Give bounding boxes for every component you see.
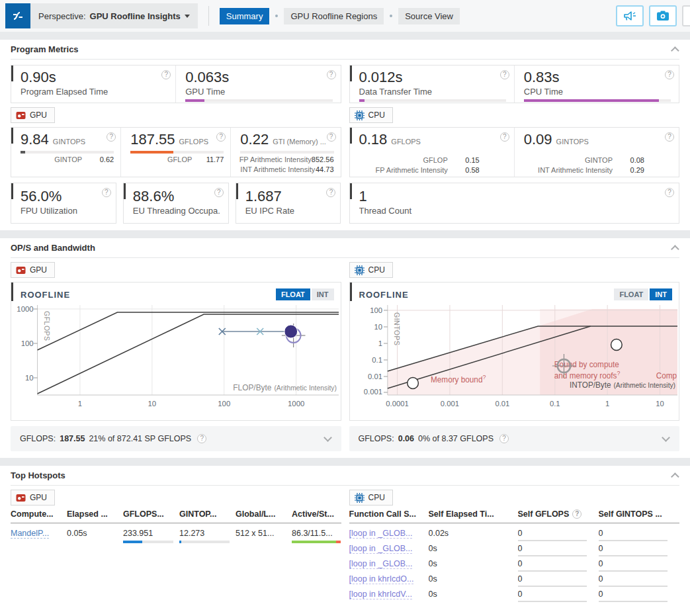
sub-label: GINTOP [585, 156, 613, 164]
column-header[interactable]: Self GFLOPS? [518, 509, 599, 519]
cpu-roofline-chart[interactable]: Memory bound? Bound by compute and memor… [350, 302, 677, 414]
card-accent-tick [236, 183, 238, 199]
roofline-title: ROOFLINE [359, 290, 409, 300]
function-link[interactable]: [loop in khrIcdV... [349, 590, 412, 599]
sub-label: INT Arithmetic Intensity [240, 165, 315, 173]
sub-label: FP Arithmetic Intensity [239, 155, 312, 163]
metric-unit: GTI (Memory) ... [273, 138, 326, 146]
new-analysis-button[interactable] [682, 5, 690, 26]
tab-summary[interactable]: Summary [220, 8, 270, 24]
card-accent-tick [11, 128, 13, 144]
gintops-cell: 0 [599, 559, 679, 572]
gpu-ops-card: ? 9.84GINTOPS GINTOP0.62 ? 187.55GFLOPS … [11, 127, 341, 177]
expand-chevron-icon[interactable] [662, 433, 670, 442]
cpu-badge: CPU [349, 107, 393, 123]
metric-label: EU IPC Rate [245, 206, 333, 216]
expand-chevron-icon[interactable] [323, 433, 332, 442]
kernel-dot-marker[interactable] [284, 325, 298, 338]
help-icon[interactable]: ? [665, 132, 674, 142]
progress-fill [524, 99, 659, 102]
toggle-int[interactable]: INT [312, 288, 334, 300]
help-icon[interactable]: ? [327, 70, 336, 79]
elapsed-cell: 0s [429, 590, 518, 599]
column-header[interactable]: GINTOP... [179, 509, 236, 519]
help-icon[interactable]: ? [572, 509, 582, 519]
collapse-chevron-icon[interactable] [671, 46, 679, 55]
help-icon[interactable]: ? [327, 132, 336, 142]
metric-value: 0.012s [359, 69, 403, 86]
gintops-cell: 0 [599, 544, 679, 556]
function-link[interactable]: [loop in khrIcdO... [349, 574, 414, 584]
column-header[interactable]: Active/St... [292, 509, 341, 519]
cpu-gflops-summary[interactable]: GFLOPS: 0.06 0% of 8.37 GFLOPS ? [349, 426, 680, 451]
sub-value: 0.58 [448, 166, 480, 174]
column-header[interactable]: Elapsed ... [67, 509, 123, 519]
column-header[interactable]: GFLOPS... [123, 509, 179, 519]
tab-source-view[interactable]: Source View [398, 8, 460, 24]
help-icon[interactable]: ? [665, 70, 674, 79]
table-row: [loop in _GLOB...0.02s00 [349, 529, 680, 544]
compute-task-link[interactable]: MandelP... [11, 529, 49, 539]
memory-bound-label: Memory bound? [431, 374, 486, 384]
tab-gpu-roofline-regions[interactable]: GPU Roofline Regions [284, 8, 384, 24]
help-icon[interactable]: ? [665, 188, 674, 197]
column-header[interactable]: Self Elapsed Ti... [429, 509, 518, 519]
perspective-selector[interactable]: Perspective: GPU Roofline Insights [5, 3, 198, 28]
toggle-float[interactable]: FLOAT [276, 288, 310, 300]
y-tick: 10 [374, 323, 382, 331]
toggle-int[interactable]: INT [650, 288, 672, 300]
snapshot-button[interactable] [649, 5, 677, 26]
metric-fpu-utilization: ? 56.0% FPU Utilization [11, 183, 116, 224]
y-tick: 1 [378, 339, 382, 347]
collapse-chevron-icon[interactable] [671, 472, 679, 481]
cpu-hotspots-rows: [loop in _GLOB...0.02s00[loop in _GLOB..… [349, 523, 680, 605]
y-tick: 1000 [17, 305, 33, 313]
loop-dot-marker[interactable] [611, 339, 622, 351]
help-icon[interactable]: ? [326, 188, 335, 197]
help-icon[interactable]: ? [214, 188, 224, 197]
function-link[interactable]: [loop in _GLOB... [349, 544, 413, 554]
metric-value: 0.22 [240, 131, 269, 148]
metric-unit: GINTOPS [556, 138, 589, 146]
help-icon[interactable]: ? [500, 70, 509, 79]
metric-label: EU Threading Occupa... [133, 206, 220, 216]
column-header[interactable]: Self GINTOPS ... [599, 509, 679, 519]
help-icon[interactable]: ? [107, 132, 116, 142]
value-underline [599, 555, 668, 556]
metric-value: 0.90s [21, 69, 56, 86]
function-link[interactable]: [loop in _GLOB... [349, 529, 413, 539]
help-icon[interactable]: ? [499, 434, 509, 443]
toggle-float[interactable]: FLOAT [614, 288, 648, 300]
gflops-cell: 0 [518, 544, 599, 556]
card-accent-tick [11, 183, 13, 199]
compute-bound-label: Comp [656, 371, 677, 380]
help-icon[interactable]: ? [500, 132, 509, 142]
value-underline [518, 586, 587, 587]
collapse-chevron-icon[interactable] [671, 245, 679, 253]
help-icon[interactable]: ? [102, 188, 111, 197]
x-tick: 1 [605, 400, 609, 408]
y-tick: 0.1 [372, 356, 382, 364]
gpu-badge: GPU [11, 262, 55, 278]
column-header[interactable]: Compute... [11, 509, 67, 519]
metric-label: Program Elapsed Time [21, 87, 167, 97]
gpu-badge: GPU [11, 107, 55, 123]
help-icon[interactable]: ? [161, 70, 171, 79]
loop-dot-marker[interactable] [407, 378, 418, 389]
column-header[interactable]: Global/L... [236, 509, 292, 519]
feedback-button[interactable] [616, 5, 644, 26]
section-title: Top Hotspots [11, 470, 65, 480]
help-icon[interactable]: ? [197, 434, 206, 443]
gintops-cell: 0 [599, 590, 679, 602]
sub-value: 11.77 [192, 155, 224, 163]
elapsed-cell: 0s [429, 559, 518, 568]
x-tick: 10 [656, 400, 664, 408]
column-header[interactable]: Function Call S... [349, 509, 429, 519]
help-icon[interactable]: ? [216, 132, 226, 142]
gpu-roofline-chart[interactable]: 1000 100 10 1 10 100 1000 GFLOPS FLOP/By… [11, 302, 339, 414]
cpu-icon [355, 265, 365, 275]
gpu-gflops-summary[interactable]: GFLOPS: 187.55 21% of 872.41 SP GFLOPS ? [11, 426, 341, 451]
summary-value: 0.06 [398, 434, 414, 443]
function-link[interactable]: [loop in _GLOB... [349, 559, 413, 569]
y-tick: 100 [21, 339, 34, 347]
